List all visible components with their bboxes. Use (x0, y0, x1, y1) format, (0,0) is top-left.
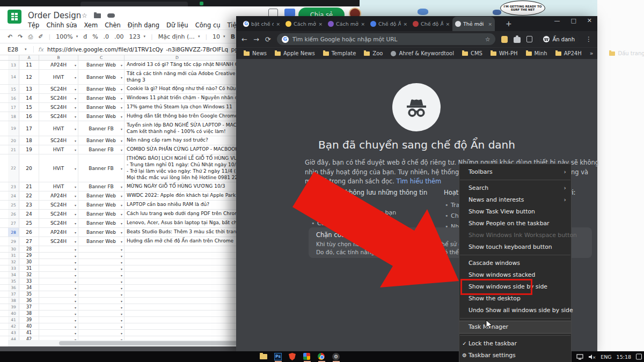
cell-b-dropdown[interactable]: AP24H (39, 191, 78, 200)
cell-b-dropdown[interactable]: SC24H (39, 219, 78, 227)
tab-close-icon[interactable]: × (445, 21, 450, 27)
other-bookmarks[interactable]: Dấu trang khác (609, 50, 644, 56)
cell-c-dropdown[interactable]: Banner Web (78, 228, 125, 237)
row-header[interactable]: 18 (8, 112, 19, 121)
cell-c-dropdown[interactable]: Banner Web (78, 70, 125, 84)
row-header[interactable]: 40 (8, 311, 19, 316)
cell-c-dropdown[interactable] (78, 259, 125, 265)
menu-item[interactable]: Undo Show all windows side by side (459, 305, 571, 316)
cell-c-dropdown[interactable] (78, 272, 125, 278)
cell-c-dropdown[interactable]: Banner Web (78, 112, 125, 121)
cell-a[interactable]: 27 (19, 237, 39, 246)
chevron-down-icon[interactable]: ▾ (25, 47, 33, 51)
cell-a[interactable]: 13 (19, 85, 39, 93)
menu-item[interactable]: Công cụ (195, 21, 221, 29)
menu-item[interactable]: Task Manager (459, 321, 571, 334)
cell-a[interactable]: 35 (19, 291, 39, 297)
row-header[interactable]: 27 (8, 219, 19, 227)
cell-a[interactable]: 42 (19, 336, 39, 340)
cell-b-dropdown[interactable] (39, 259, 78, 265)
cell-b-dropdown[interactable]: SC24H (39, 201, 78, 209)
row-header[interactable]: 43 (8, 330, 19, 336)
cell-b-dropdown[interactable]: AP24H (39, 61, 78, 69)
cell-c-dropdown[interactable]: Banner FB (78, 154, 125, 182)
row-header[interactable]: 25 (8, 201, 19, 209)
bookmark-item[interactable]: Ahref & Keywordtool (391, 50, 454, 56)
menu-item[interactable]: ✓ Lock the taskbar (459, 338, 571, 350)
cell-a[interactable]: 31 (19, 265, 39, 271)
menu-item[interactable] (459, 334, 571, 338)
cell-a[interactable]: 19 (19, 145, 39, 154)
cell-b-dropdown[interactable] (39, 330, 78, 336)
cell-b-dropdown[interactable]: HViT (39, 182, 78, 191)
percent-format-button[interactable]: % (92, 33, 98, 40)
row-header[interactable]: 41 (8, 317, 19, 323)
bookmark-item[interactable]: Zoo (364, 50, 383, 56)
cell-a[interactable]: 11 (19, 61, 39, 69)
chrome-menu-icon[interactable]: ⋮ (586, 35, 592, 43)
cell-b-dropdown[interactable] (39, 317, 78, 323)
cell-a[interactable]: 24 (19, 210, 39, 218)
cell-a[interactable]: 14 (19, 94, 39, 102)
cell-b-dropdown[interactable]: HViT (39, 145, 78, 154)
browser-tab[interactable]: Chế độ Ẩ × (410, 17, 452, 31)
cell-c-dropdown[interactable] (78, 336, 125, 340)
decrease-decimal-button[interactable]: .0 (104, 33, 109, 40)
cell-a[interactable]: 36 (19, 298, 39, 304)
cell-b-dropdown[interactable]: SC24H (39, 210, 78, 218)
maximize-button[interactable]: □ (570, 17, 576, 24)
cell-a[interactable]: 25 (19, 219, 39, 227)
bookmark-star-icon[interactable]: ☆ (485, 36, 491, 43)
side-panel-icon[interactable] (526, 36, 533, 42)
cell-a[interactable]: 18 (19, 136, 39, 145)
menu-item[interactable]: News and interests › (459, 194, 571, 206)
row-header-corner[interactable] (8, 55, 19, 60)
cell-a[interactable]: 29 (19, 253, 39, 258)
cell-c-dropdown[interactable]: Banner FB (78, 182, 125, 191)
row-header[interactable]: 35 (8, 278, 19, 284)
menu-item[interactable]: Xem (84, 21, 98, 29)
undo-icon[interactable]: ↶ (8, 33, 12, 40)
cell-c-dropdown[interactable]: Banner Web (78, 191, 125, 200)
name-box[interactable]: E28 (0, 46, 25, 53)
menu-item[interactable]: ⚙ Taskbar settings (459, 350, 571, 361)
minimize-button[interactable]: — (554, 17, 560, 24)
row-header[interactable]: 22 (8, 154, 19, 182)
cell-c-dropdown[interactable]: Banner Web (78, 219, 125, 227)
meet-video-icon[interactable] (284, 9, 295, 17)
menu-item[interactable]: Search › (459, 182, 571, 194)
row-header[interactable]: 36 (8, 285, 19, 291)
tab-close-icon[interactable]: × (403, 21, 407, 27)
row-header[interactable]: 28 (8, 228, 19, 237)
incognito-profile-badge[interactable]: Ẩn danh (538, 34, 580, 45)
cell-a[interactable]: 37 (19, 304, 39, 310)
cell-c-dropdown[interactable] (78, 253, 125, 258)
bookmark-item[interactable]: AP24H (555, 50, 582, 56)
cell-a[interactable]: 41 (19, 330, 39, 336)
back-icon[interactable]: ← (241, 35, 247, 43)
cell-b-dropdown[interactable]: HViT (39, 154, 78, 182)
cell-b-dropdown[interactable] (39, 298, 78, 304)
browser-tab[interactable]: Chế độ Ẩ × (368, 17, 410, 31)
cell-b-dropdown[interactable] (39, 304, 78, 310)
cell-c-dropdown[interactable] (78, 265, 125, 271)
cell-a[interactable]: 40 (19, 323, 39, 329)
bookmark-item[interactable]: Apple News (275, 50, 315, 56)
row-header[interactable]: 15 (8, 85, 19, 93)
menu-item[interactable]: Show Windows Ink Workspace button (459, 230, 571, 241)
volume-muted-icon[interactable]: × (588, 354, 596, 360)
cell-c-dropdown[interactable] (78, 317, 125, 323)
paint-format-icon[interactable]: ✐ (38, 33, 43, 40)
row-header[interactable]: 31 (8, 253, 19, 258)
menu-item[interactable]: Dữ liệu (166, 21, 188, 29)
menu-item[interactable]: Định dạng (128, 21, 159, 29)
menu-item[interactable]: Cascade windows (459, 257, 571, 269)
cell-a[interactable]: 38 (19, 311, 39, 316)
cell-b-dropdown[interactable]: SC24H (39, 237, 78, 246)
chevron-down-icon[interactable]: ▾ (76, 34, 78, 39)
cell-c-dropdown[interactable]: Banner FB (78, 145, 125, 154)
column-header-b[interactable]: B (39, 55, 78, 60)
learn-more-link[interactable]: Tìm hiểu thêm (397, 178, 442, 185)
cell-a[interactable]: 23 (19, 201, 39, 209)
cell-c-dropdown[interactable] (78, 304, 125, 310)
